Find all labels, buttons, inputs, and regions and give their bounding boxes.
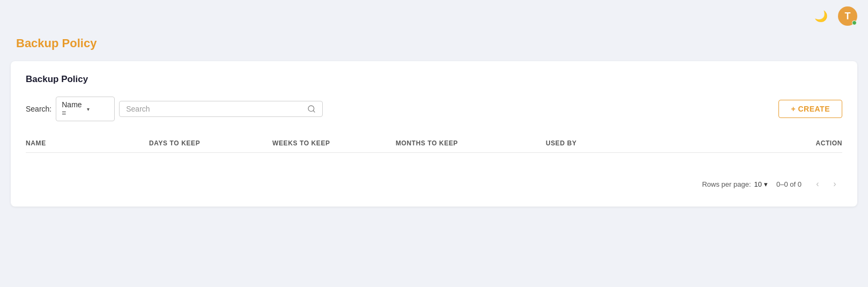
table-header: NAME DAYS TO KEEP WEEKS TO KEEP MONTHS T… [26, 134, 842, 153]
backup-policy-card: Backup Policy Search: Name = ▾ [11, 61, 857, 207]
col-name: NAME [26, 139, 149, 147]
rows-per-page-area: Rows per page: 10 ▾ [702, 180, 768, 188]
filter-value: Name = [62, 100, 84, 117]
col-action: ACTION [664, 139, 842, 147]
rows-per-page-label: Rows per page: [702, 180, 751, 188]
table-footer: Rows per page: 10 ▾ 0–0 of 0 ‹ › [26, 169, 842, 194]
col-months-to-keep: MONTHS TO KEEP [396, 139, 546, 147]
theme-toggle-button[interactable]: 🌙 [812, 8, 829, 25]
search-input[interactable] [126, 105, 303, 113]
page-title: Backup Policy [16, 36, 852, 50]
top-bar: 🌙 T [0, 0, 868, 32]
table-body [26, 153, 842, 169]
filter-select[interactable]: Name = ▾ [56, 97, 115, 121]
page-header: Backup Policy [0, 32, 868, 61]
svg-line-1 [313, 111, 315, 112]
search-label: Search: [26, 105, 51, 113]
rows-per-page-select[interactable]: 10 ▾ [754, 180, 768, 188]
search-icon [307, 105, 316, 113]
search-area: Search: Name = ▾ [26, 97, 323, 121]
rows-per-page-value: 10 [754, 180, 762, 188]
chevron-down-icon: ▾ [87, 106, 109, 112]
create-button[interactable]: + CREATE [778, 100, 842, 118]
search-button[interactable] [307, 105, 316, 113]
card-title: Backup Policy [26, 74, 842, 85]
pagination-buttons: ‹ › [810, 176, 842, 192]
user-avatar[interactable]: T [838, 6, 857, 26]
search-input-wrap [119, 101, 323, 117]
toolbar: Search: Name = ▾ + CREATE [26, 97, 842, 121]
col-weeks-to-keep: WEEKS TO KEEP [272, 139, 396, 147]
app-container: 🌙 T Backup Policy Backup Policy Search: … [0, 0, 868, 207]
rows-per-page-chevron-icon: ▾ [764, 180, 768, 188]
create-button-label: + CREATE [791, 105, 830, 113]
pagination-info: 0–0 of 0 [776, 180, 802, 188]
col-days-to-keep: DAYS TO KEEP [149, 139, 272, 147]
user-initial: T [845, 11, 851, 22]
col-used-by: USED BY [546, 139, 664, 147]
online-status-dot [852, 20, 857, 25]
pagination-prev-button[interactable]: ‹ [810, 176, 825, 192]
pagination-next-button[interactable]: › [827, 176, 842, 192]
